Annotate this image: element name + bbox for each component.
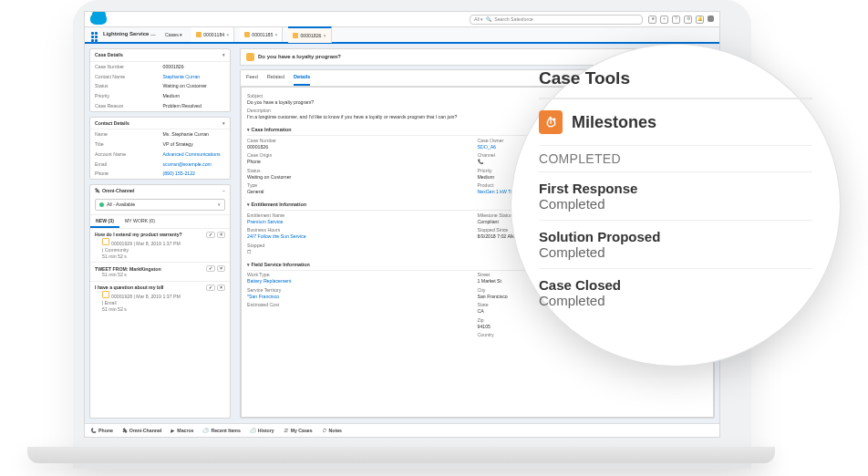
completed-header: COMPLETED	[539, 151, 812, 166]
avatar[interactable]	[708, 16, 714, 22]
add-icon[interactable]: +	[660, 16, 668, 24]
tab-feed[interactable]: Feed	[246, 70, 258, 86]
case-icon	[196, 32, 202, 37]
utility-mycases[interactable]: ☰My Cases	[284, 428, 313, 434]
case-tools-title: Case Tools	[539, 68, 812, 88]
minimize-icon[interactable]: –	[222, 188, 225, 194]
close-icon[interactable]: ×	[274, 32, 277, 38]
nav-item-cases[interactable]: Cases ▾	[161, 32, 186, 38]
utility-bar: 📞Phone 🛰Omni-Channel ▶Macros 🕑Recent Ite…	[85, 423, 719, 437]
utility-history[interactable]: 🕘History	[250, 428, 274, 434]
omni-tabs: NEW (3) MY WORK (0)	[90, 214, 230, 229]
notification-icon[interactable]: 🔔	[696, 16, 704, 24]
case-icon	[293, 33, 298, 38]
card-title: Contact Details	[95, 120, 129, 127]
tab-my-work[interactable]: MY WORK (0)	[119, 215, 160, 229]
contact-link[interactable]: Stephanie Curran	[163, 74, 226, 80]
tab-details[interactable]: Details	[294, 70, 310, 86]
chevron-down-icon[interactable]: ▾	[222, 52, 225, 58]
milestone-item: Solution Proposed Completed	[539, 229, 812, 260]
accept-button[interactable]: ✓	[206, 285, 215, 291]
workspace-tab-active[interactable]: 00001826×	[288, 26, 331, 43]
left-sidebar: Case Details▾ Case Number00001826 Contac…	[85, 44, 235, 423]
card-title: Case Details	[95, 52, 123, 58]
decline-button[interactable]: ×	[217, 285, 225, 291]
salesforce-logo	[90, 14, 107, 25]
case-icon	[102, 238, 109, 245]
work-item[interactable]: I have a question about my bill✓× 000019…	[90, 281, 230, 315]
milestone-item: First Response Completed	[539, 181, 812, 212]
accept-button[interactable]: ✓	[206, 232, 215, 238]
status-dot-icon	[99, 202, 104, 207]
work-item[interactable]: How do I extend my product warranty?✓× 0…	[90, 228, 230, 262]
omni-channel-panel: 🛰Omni-Channel– All - Available▾ NEW (3) …	[89, 184, 231, 419]
context-bar: Lightning Service … Cases ▾ 00001184× 00…	[85, 27, 719, 44]
notes-icon: 🗒	[322, 428, 326, 434]
history-icon: 🕘	[250, 428, 255, 434]
magnifier-case-tools: Case Tools ⏱ Milestones COMPLETED First …	[511, 44, 841, 367]
header-icons: ★ + ? ⚙ 🔔	[648, 16, 714, 24]
milestone-item: Case Closed Completed	[539, 277, 812, 308]
app-launcher-icon[interactable]	[90, 31, 98, 38]
utility-macros[interactable]: ▶Macros	[170, 428, 193, 434]
work-item[interactable]: TWEET FROM: MarkKingston✓× 51 min 52 s	[90, 262, 230, 281]
case-details-card: Case Details▾ Case Number00001826 Contac…	[89, 48, 231, 112]
help-icon[interactable]: ?	[672, 16, 680, 24]
list-icon: ☰	[284, 428, 288, 434]
omni-title: Omni-Channel	[102, 188, 134, 194]
decline-button[interactable]: ×	[217, 232, 225, 238]
favorite-icon[interactable]: ★	[648, 16, 656, 24]
global-header: All ▾ 🔍 Search Salesforce ★ + ? ⚙ 🔔	[85, 12, 719, 27]
global-search[interactable]: All ▾ 🔍 Search Salesforce	[470, 15, 643, 25]
case-icon	[246, 53, 254, 61]
utility-recent[interactable]: 🕑Recent Items	[202, 428, 240, 434]
tab-related[interactable]: Related	[267, 70, 284, 86]
setup-icon[interactable]: ⚙	[684, 16, 692, 24]
laptop-base	[27, 447, 775, 463]
workspace-tab[interactable]: 00001184×	[191, 27, 234, 42]
case-icon	[244, 32, 250, 37]
search-scope[interactable]: All ▾	[474, 16, 483, 23]
decline-button[interactable]: ×	[217, 265, 225, 272]
contact-details-card: Contact Details▾ NameMs. Stephanie Curra…	[89, 117, 231, 181]
record-title: Do you have a loyalty program?	[258, 54, 341, 61]
omni-icon: 🛰	[122, 428, 127, 434]
chevron-down-icon[interactable]: ▾	[222, 120, 225, 127]
accept-button[interactable]: ✓	[206, 265, 215, 272]
omni-status-selector[interactable]: All - Available▾	[95, 199, 225, 211]
case-icon	[102, 291, 109, 298]
utility-notes[interactable]: 🗒Notes	[322, 428, 342, 434]
app-name: Lightning Service …	[103, 31, 156, 38]
milestones-title: Milestones	[572, 113, 656, 132]
utility-omni[interactable]: 🛰Omni-Channel	[122, 428, 161, 434]
utility-phone[interactable]: 📞Phone	[90, 428, 113, 434]
milestones-icon: ⏱	[539, 110, 563, 134]
close-icon[interactable]: ×	[324, 33, 326, 39]
tab-new[interactable]: NEW (3)	[90, 215, 119, 229]
recent-icon: 🕑	[202, 428, 208, 434]
workspace-tab[interactable]: 00001185×	[240, 27, 283, 42]
search-placeholder: Search Salesforce	[494, 16, 532, 23]
macros-icon: ▶	[170, 428, 174, 434]
phone-icon: 📞	[90, 428, 96, 434]
close-icon[interactable]: ×	[226, 32, 229, 38]
